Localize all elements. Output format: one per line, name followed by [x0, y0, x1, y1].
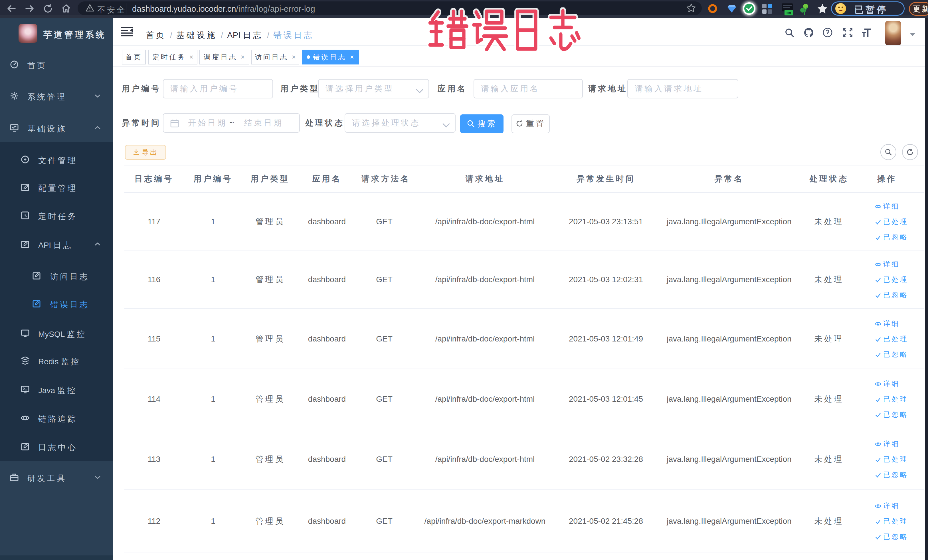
svg-text:on: on — [786, 11, 791, 15]
